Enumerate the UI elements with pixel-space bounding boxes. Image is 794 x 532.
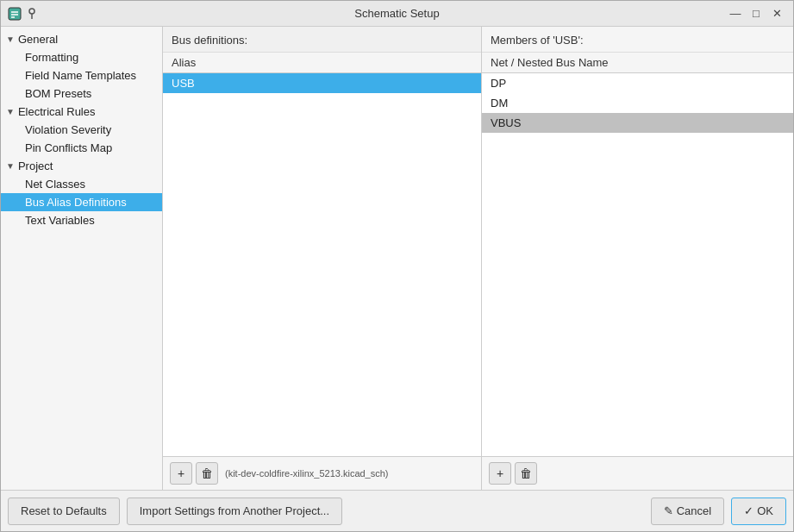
- main-window: Schematic Setup ― □ ✕ ▼ General Formatti…: [0, 0, 794, 532]
- alias-col-header: Alias: [163, 53, 481, 73]
- remove-bus-button[interactable]: 🗑: [196, 462, 218, 485]
- minimize-button[interactable]: ―: [726, 4, 745, 23]
- right-panel-toolbar: + 🗑: [482, 456, 793, 490]
- sidebar-item-pin-conflicts-map[interactable]: Pin Conflicts Map: [1, 139, 162, 157]
- svg-rect-0: [9, 8, 21, 20]
- cancel-button[interactable]: ✎ Cancel: [651, 498, 724, 525]
- sidebar-item-net-classes[interactable]: Net Classes: [1, 175, 162, 193]
- add-bus-button[interactable]: +: [170, 462, 192, 485]
- cancel-icon: ✎: [664, 504, 673, 517]
- sidebar-item-formatting[interactable]: Formatting: [1, 48, 162, 66]
- sidebar-item-text-variables[interactable]: Text Variables: [1, 211, 162, 229]
- titlebar-controls: ― □ ✕: [726, 4, 786, 23]
- main-panel: Bus definitions: Alias USB + 🗑 (kit-dev-…: [163, 27, 793, 490]
- right-panel: Members of 'USB': Net / Nested Bus Name …: [482, 27, 793, 490]
- sidebar-group-project: ▼ Project Net Classes Bus Alias Definiti…: [1, 157, 162, 229]
- sidebar: ▼ General Formatting Field Name Template…: [1, 27, 163, 490]
- sidebar-item-violation-severity[interactable]: Violation Severity: [1, 121, 162, 139]
- sidebar-item-field-name-templates[interactable]: Field Name Templates: [1, 66, 162, 84]
- reset-to-defaults-button[interactable]: Reset to Defaults: [8, 498, 120, 525]
- sidebar-item-bus-alias-definitions[interactable]: Bus Alias Definitions: [1, 193, 162, 211]
- maximize-button[interactable]: □: [747, 4, 766, 23]
- close-button[interactable]: ✕: [767, 4, 786, 23]
- pin-icon: [25, 7, 39, 21]
- chevron-down-icon: ▼: [6, 34, 15, 44]
- sidebar-group-label-electrical: Electrical Rules: [18, 105, 96, 118]
- bus-file-label: (kit-dev-coldfire-xilinx_5213.kicad_sch): [225, 468, 474, 479]
- sidebar-group-general: ▼ General Formatting Field Name Template…: [1, 30, 162, 103]
- bus-definitions-list: USB: [163, 73, 481, 456]
- member-item-vbus[interactable]: VBUS: [482, 113, 793, 133]
- sidebar-group-electrical-rules: ▼ Electrical Rules Violation Severity Pi…: [1, 103, 162, 157]
- app-icon: [8, 7, 22, 21]
- members-header: Members of 'USB':: [482, 27, 793, 53]
- members-list: DP DM VBUS: [482, 73, 793, 456]
- left-panel: Bus definitions: Alias USB + 🗑 (kit-dev-…: [163, 27, 482, 490]
- bus-item-usb[interactable]: USB: [163, 73, 481, 93]
- ok-check-icon: ✓: [744, 504, 753, 517]
- chevron-down-icon-project: ▼: [6, 161, 15, 171]
- sidebar-group-label-project: Project: [18, 160, 53, 172]
- sidebar-item-bom-presets[interactable]: BOM Presets: [1, 84, 162, 103]
- import-settings-button[interactable]: Import Settings from Another Project...: [127, 498, 342, 525]
- add-member-button[interactable]: +: [489, 462, 511, 485]
- svg-point-4: [29, 9, 34, 14]
- footer: Reset to Defaults Import Settings from A…: [1, 490, 793, 531]
- content-area: ▼ General Formatting Field Name Template…: [1, 27, 793, 490]
- remove-member-button[interactable]: 🗑: [515, 462, 537, 485]
- sidebar-group-label-general: General: [18, 33, 58, 46]
- sidebar-group-header-electrical[interactable]: ▼ Electrical Rules: [1, 103, 162, 121]
- titlebar: Schematic Setup ― □ ✕: [1, 1, 793, 27]
- titlebar-icons: [8, 7, 39, 21]
- member-item-dm[interactable]: DM: [482, 93, 793, 113]
- sidebar-group-header-general[interactable]: ▼ General: [1, 30, 162, 48]
- bus-definitions-header: Bus definitions:: [163, 27, 481, 53]
- panels-row: Bus definitions: Alias USB + 🗑 (kit-dev-…: [163, 27, 793, 490]
- sidebar-group-header-project[interactable]: ▼ Project: [1, 157, 162, 175]
- left-panel-toolbar: + 🗑 (kit-dev-coldfire-xilinx_5213.kicad_…: [163, 456, 481, 490]
- member-item-dp[interactable]: DP: [482, 73, 793, 93]
- chevron-down-icon-electrical: ▼: [6, 107, 15, 116]
- ok-button[interactable]: ✓ OK: [731, 498, 786, 525]
- window-title: Schematic Setup: [354, 7, 439, 20]
- net-col-header: Net / Nested Bus Name: [482, 53, 793, 73]
